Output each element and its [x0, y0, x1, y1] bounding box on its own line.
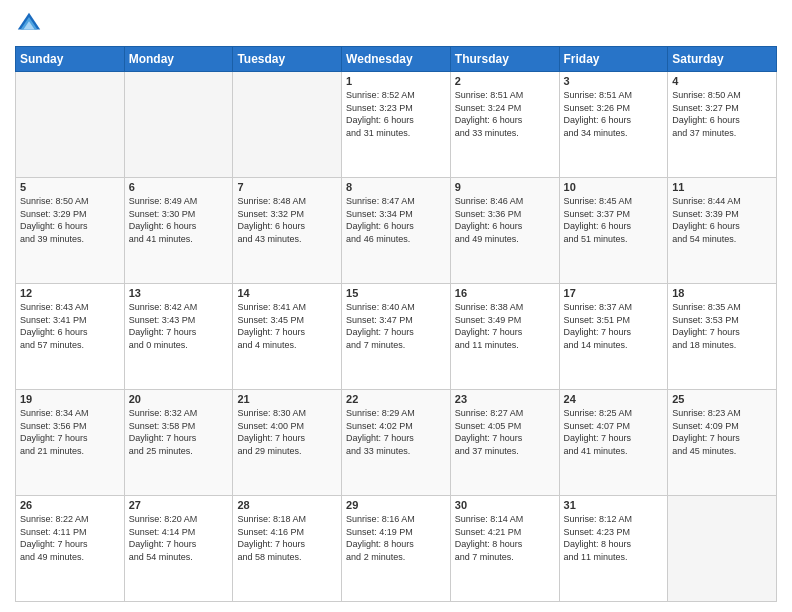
- day-header-tuesday: Tuesday: [233, 47, 342, 72]
- day-info: Sunrise: 8:45 AM Sunset: 3:37 PM Dayligh…: [564, 195, 664, 245]
- day-info: Sunrise: 8:50 AM Sunset: 3:29 PM Dayligh…: [20, 195, 120, 245]
- day-header-friday: Friday: [559, 47, 668, 72]
- day-info: Sunrise: 8:18 AM Sunset: 4:16 PM Dayligh…: [237, 513, 337, 563]
- day-number: 22: [346, 393, 446, 405]
- logo: [15, 10, 47, 38]
- calendar-cell: 7Sunrise: 8:48 AM Sunset: 3:32 PM Daylig…: [233, 178, 342, 284]
- day-info: Sunrise: 8:35 AM Sunset: 3:53 PM Dayligh…: [672, 301, 772, 351]
- day-info: Sunrise: 8:48 AM Sunset: 3:32 PM Dayligh…: [237, 195, 337, 245]
- calendar-cell: 6Sunrise: 8:49 AM Sunset: 3:30 PM Daylig…: [124, 178, 233, 284]
- day-number: 20: [129, 393, 229, 405]
- day-info: Sunrise: 8:27 AM Sunset: 4:05 PM Dayligh…: [455, 407, 555, 457]
- day-info: Sunrise: 8:23 AM Sunset: 4:09 PM Dayligh…: [672, 407, 772, 457]
- week-row-5: 26Sunrise: 8:22 AM Sunset: 4:11 PM Dayli…: [16, 496, 777, 602]
- day-info: Sunrise: 8:12 AM Sunset: 4:23 PM Dayligh…: [564, 513, 664, 563]
- calendar-cell: 23Sunrise: 8:27 AM Sunset: 4:05 PM Dayli…: [450, 390, 559, 496]
- day-number: 19: [20, 393, 120, 405]
- day-number: 17: [564, 287, 664, 299]
- day-number: 21: [237, 393, 337, 405]
- day-header-saturday: Saturday: [668, 47, 777, 72]
- day-header-thursday: Thursday: [450, 47, 559, 72]
- day-number: 30: [455, 499, 555, 511]
- day-info: Sunrise: 8:22 AM Sunset: 4:11 PM Dayligh…: [20, 513, 120, 563]
- day-number: 24: [564, 393, 664, 405]
- logo-icon: [15, 10, 43, 38]
- day-number: 23: [455, 393, 555, 405]
- calendar-cell: 15Sunrise: 8:40 AM Sunset: 3:47 PM Dayli…: [342, 284, 451, 390]
- day-number: 6: [129, 181, 229, 193]
- calendar-cell: [668, 496, 777, 602]
- day-number: 12: [20, 287, 120, 299]
- day-number: 13: [129, 287, 229, 299]
- day-number: 1: [346, 75, 446, 87]
- calendar-cell: 24Sunrise: 8:25 AM Sunset: 4:07 PM Dayli…: [559, 390, 668, 496]
- day-info: Sunrise: 8:37 AM Sunset: 3:51 PM Dayligh…: [564, 301, 664, 351]
- calendar-cell: 18Sunrise: 8:35 AM Sunset: 3:53 PM Dayli…: [668, 284, 777, 390]
- day-number: 28: [237, 499, 337, 511]
- calendar-cell: 16Sunrise: 8:38 AM Sunset: 3:49 PM Dayli…: [450, 284, 559, 390]
- day-number: 29: [346, 499, 446, 511]
- day-number: 8: [346, 181, 446, 193]
- day-info: Sunrise: 8:25 AM Sunset: 4:07 PM Dayligh…: [564, 407, 664, 457]
- day-header-sunday: Sunday: [16, 47, 125, 72]
- day-info: Sunrise: 8:43 AM Sunset: 3:41 PM Dayligh…: [20, 301, 120, 351]
- header: [15, 10, 777, 38]
- day-info: Sunrise: 8:44 AM Sunset: 3:39 PM Dayligh…: [672, 195, 772, 245]
- calendar-cell: 29Sunrise: 8:16 AM Sunset: 4:19 PM Dayli…: [342, 496, 451, 602]
- day-info: Sunrise: 8:32 AM Sunset: 3:58 PM Dayligh…: [129, 407, 229, 457]
- calendar-cell: 12Sunrise: 8:43 AM Sunset: 3:41 PM Dayli…: [16, 284, 125, 390]
- calendar-cell: 11Sunrise: 8:44 AM Sunset: 3:39 PM Dayli…: [668, 178, 777, 284]
- calendar-cell: 5Sunrise: 8:50 AM Sunset: 3:29 PM Daylig…: [16, 178, 125, 284]
- day-info: Sunrise: 8:34 AM Sunset: 3:56 PM Dayligh…: [20, 407, 120, 457]
- calendar-cell: 4Sunrise: 8:50 AM Sunset: 3:27 PM Daylig…: [668, 72, 777, 178]
- day-number: 2: [455, 75, 555, 87]
- day-info: Sunrise: 8:51 AM Sunset: 3:26 PM Dayligh…: [564, 89, 664, 139]
- calendar-cell: [16, 72, 125, 178]
- calendar-cell: [124, 72, 233, 178]
- calendar-cell: 28Sunrise: 8:18 AM Sunset: 4:16 PM Dayli…: [233, 496, 342, 602]
- calendar-cell: 31Sunrise: 8:12 AM Sunset: 4:23 PM Dayli…: [559, 496, 668, 602]
- calendar-cell: 13Sunrise: 8:42 AM Sunset: 3:43 PM Dayli…: [124, 284, 233, 390]
- day-header-wednesday: Wednesday: [342, 47, 451, 72]
- calendar-cell: 1Sunrise: 8:52 AM Sunset: 3:23 PM Daylig…: [342, 72, 451, 178]
- calendar-cell: 22Sunrise: 8:29 AM Sunset: 4:02 PM Dayli…: [342, 390, 451, 496]
- day-info: Sunrise: 8:51 AM Sunset: 3:24 PM Dayligh…: [455, 89, 555, 139]
- calendar-cell: 9Sunrise: 8:46 AM Sunset: 3:36 PM Daylig…: [450, 178, 559, 284]
- day-number: 14: [237, 287, 337, 299]
- day-info: Sunrise: 8:16 AM Sunset: 4:19 PM Dayligh…: [346, 513, 446, 563]
- week-row-2: 5Sunrise: 8:50 AM Sunset: 3:29 PM Daylig…: [16, 178, 777, 284]
- day-number: 7: [237, 181, 337, 193]
- day-info: Sunrise: 8:20 AM Sunset: 4:14 PM Dayligh…: [129, 513, 229, 563]
- day-number: 9: [455, 181, 555, 193]
- day-number: 26: [20, 499, 120, 511]
- calendar-cell: [233, 72, 342, 178]
- calendar-cell: 3Sunrise: 8:51 AM Sunset: 3:26 PM Daylig…: [559, 72, 668, 178]
- calendar-cell: 26Sunrise: 8:22 AM Sunset: 4:11 PM Dayli…: [16, 496, 125, 602]
- day-info: Sunrise: 8:50 AM Sunset: 3:27 PM Dayligh…: [672, 89, 772, 139]
- day-info: Sunrise: 8:52 AM Sunset: 3:23 PM Dayligh…: [346, 89, 446, 139]
- day-info: Sunrise: 8:46 AM Sunset: 3:36 PM Dayligh…: [455, 195, 555, 245]
- week-row-4: 19Sunrise: 8:34 AM Sunset: 3:56 PM Dayli…: [16, 390, 777, 496]
- day-info: Sunrise: 8:47 AM Sunset: 3:34 PM Dayligh…: [346, 195, 446, 245]
- day-info: Sunrise: 8:49 AM Sunset: 3:30 PM Dayligh…: [129, 195, 229, 245]
- calendar-cell: 30Sunrise: 8:14 AM Sunset: 4:21 PM Dayli…: [450, 496, 559, 602]
- calendar-header-row: SundayMondayTuesdayWednesdayThursdayFrid…: [16, 47, 777, 72]
- calendar-cell: 20Sunrise: 8:32 AM Sunset: 3:58 PM Dayli…: [124, 390, 233, 496]
- day-number: 25: [672, 393, 772, 405]
- day-header-monday: Monday: [124, 47, 233, 72]
- week-row-1: 1Sunrise: 8:52 AM Sunset: 3:23 PM Daylig…: [16, 72, 777, 178]
- day-number: 3: [564, 75, 664, 87]
- day-info: Sunrise: 8:29 AM Sunset: 4:02 PM Dayligh…: [346, 407, 446, 457]
- calendar: SundayMondayTuesdayWednesdayThursdayFrid…: [15, 46, 777, 602]
- day-info: Sunrise: 8:40 AM Sunset: 3:47 PM Dayligh…: [346, 301, 446, 351]
- day-number: 15: [346, 287, 446, 299]
- day-number: 10: [564, 181, 664, 193]
- page: SundayMondayTuesdayWednesdayThursdayFrid…: [0, 0, 792, 612]
- day-number: 27: [129, 499, 229, 511]
- day-info: Sunrise: 8:38 AM Sunset: 3:49 PM Dayligh…: [455, 301, 555, 351]
- day-number: 11: [672, 181, 772, 193]
- calendar-cell: 2Sunrise: 8:51 AM Sunset: 3:24 PM Daylig…: [450, 72, 559, 178]
- calendar-cell: 25Sunrise: 8:23 AM Sunset: 4:09 PM Dayli…: [668, 390, 777, 496]
- calendar-cell: 21Sunrise: 8:30 AM Sunset: 4:00 PM Dayli…: [233, 390, 342, 496]
- day-number: 5: [20, 181, 120, 193]
